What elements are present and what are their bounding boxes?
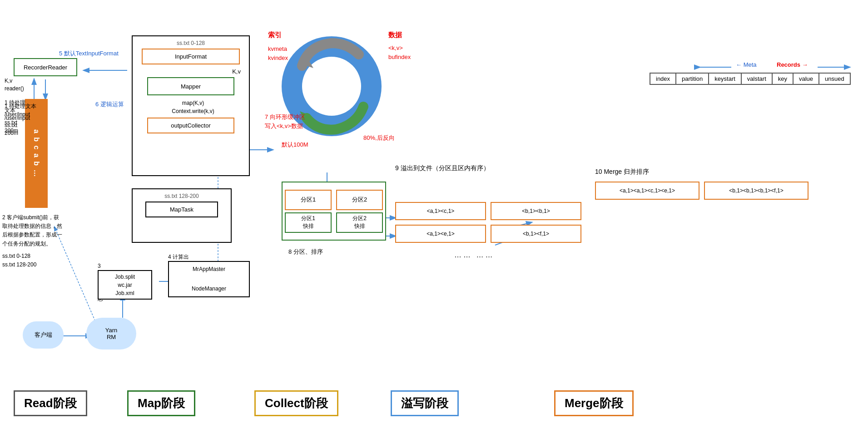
maptask2-box: MapTask xyxy=(145,202,218,217)
meta-records-table: index partition keystart valstart key va… xyxy=(650,73,851,85)
mapper-box: Mapper xyxy=(147,77,234,95)
partition1-sort-box: 分区1 快排 xyxy=(285,212,332,233)
meta-label: ← Meta xyxy=(736,61,757,68)
phase-spill: 溢写阶段 xyxy=(391,390,459,416)
phase-map: Map阶段 xyxy=(127,390,195,416)
yarn-rm-cloud: Yarn RM xyxy=(86,318,136,349)
col-partition: partition xyxy=(676,73,709,84)
kv-reader-label: K,v reader() xyxy=(5,77,24,93)
col-key: key xyxy=(772,73,793,84)
col-valstart: valstart xyxy=(741,73,772,84)
step7-label: 7 向环形缓冲区 写入<k,v>数据 xyxy=(265,113,305,130)
col-index: index xyxy=(650,73,676,84)
maptask1-header: ss.txt 0-128 xyxy=(136,40,245,46)
client-cloud: 客户端 xyxy=(23,321,64,349)
step1-desc: 1 待处理文本 /user/input ss.txt 200m xyxy=(5,102,55,135)
inputformat-box: InputFormat xyxy=(142,49,240,64)
step2-desc: 2 客户端submit()前，获 取待处理数据的信息，然 后根据参数配置，形成一… xyxy=(2,213,93,269)
spill-row2-right: <b,1><f,1> xyxy=(491,225,581,243)
recorder-reader-label: RecorderReader xyxy=(24,64,67,71)
spill-row2-left: <a,1><e,1> xyxy=(395,225,486,243)
step5-label: 5 默认TextInputFormat xyxy=(59,49,119,58)
recorder-reader-box: RecorderReader xyxy=(14,58,77,76)
partition1-box: 分区1 xyxy=(285,190,332,210)
kvindex-label: kvindex xyxy=(268,54,288,61)
partition-container: 分区1 分区2 分区1 快排 分区2 快排 xyxy=(282,182,386,241)
partition2-sort-box: 分区2 快排 xyxy=(336,212,383,233)
merge-output-left: <a,1><a,1><c,1><e,1> xyxy=(595,182,699,200)
merge-output-right: <b,1><b,1><b,1><f,1> xyxy=(704,182,808,200)
pct80-label: 80%,后反向 xyxy=(363,134,395,142)
col-unsued: unsued xyxy=(819,73,850,84)
spill-row1-left: <a,1><c,1> xyxy=(395,202,486,220)
phase-read: Read阶段 xyxy=(14,390,87,416)
index-label: 索引 xyxy=(268,31,282,39)
phase-collect: Collect阶段 xyxy=(254,390,338,416)
kv-data-label: <k,v> xyxy=(388,44,403,51)
bufindex-label: bufindex xyxy=(388,54,411,60)
maptask1-container: ss.txt 0-128 InputFormat K,v Mapper map(… xyxy=(132,35,250,176)
default100m-label: 默认100M xyxy=(282,141,308,149)
ellipsis-text: …… …… xyxy=(454,250,494,261)
phase-merge: Merge阶段 xyxy=(554,390,634,416)
maptask2-header: ss.txt 128-200 xyxy=(136,193,227,199)
job-split-box: Job.split wc.jar Job.xml xyxy=(98,270,152,300)
step8-label: 8 分区、排序 xyxy=(288,247,323,256)
maptask2-container: ss.txt 128-200 MapTask xyxy=(132,188,232,243)
kvmeta-label: kvmeta xyxy=(268,45,287,52)
step9-label: 9 溢出到文件（分区且区内有序） xyxy=(395,163,490,173)
diagram-container: a b c a b … 1 待处理文本 /user/input ss.txt 2… xyxy=(0,0,868,438)
step6-label: 6 逻辑运算 xyxy=(95,100,124,109)
input-data-text: a b c a b … xyxy=(32,129,40,177)
step10-label: 10 Merge 归并排序 xyxy=(595,167,649,177)
partition2-box: 分区2 xyxy=(336,190,383,210)
col-value: value xyxy=(793,73,819,84)
mrapp-box: MrAppMaster NodeManager xyxy=(168,261,250,297)
col-keystart: keystart xyxy=(709,73,741,84)
records-label: Records → xyxy=(777,61,808,68)
data-label: 数据 xyxy=(388,31,402,39)
output-collector-box: outputCollector xyxy=(147,118,234,133)
spill-row1-right: <b,1><b,1> xyxy=(491,202,581,220)
